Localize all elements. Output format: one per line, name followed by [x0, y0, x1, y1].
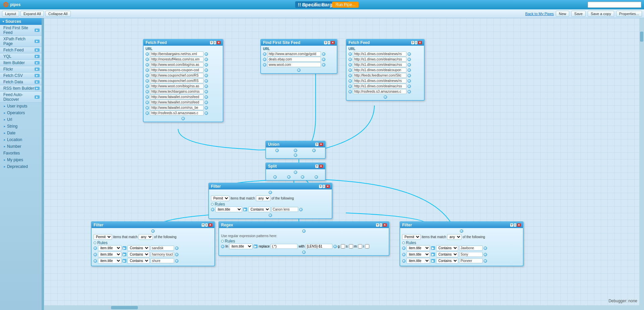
filter-right-any-select[interactable]: any	[447, 234, 462, 240]
sidebar-item-date[interactable]: ► Date	[0, 130, 42, 136]
filter-left-out-0[interactable]	[175, 247, 178, 250]
regex-close-icon[interactable]: ✕	[383, 223, 387, 227]
filter-left-field-1[interactable]: item.title	[98, 252, 121, 257]
filter-right-out-1[interactable]	[484, 253, 487, 256]
sidebar-item-rss-item-builder[interactable]: RSS Item Builder ►	[0, 85, 42, 92]
fetch-feed-1-out-port-1[interactable]	[205, 58, 208, 61]
layout-button[interactable]: Layout	[2, 11, 19, 17]
fetch-feed-1-input-4[interactable]	[150, 73, 204, 78]
fetch-feed-1-input-10[interactable]	[150, 105, 204, 110]
sidebar-sources-header[interactable]: ▼ Sources	[0, 18, 42, 25]
union-node[interactable]: Union ? ✕	[265, 141, 326, 159]
filter-left-out-1[interactable]	[175, 253, 178, 256]
filter-center-help-icon[interactable]: ?	[319, 185, 322, 188]
run-pipe-button[interactable]: Run Pipe...	[332, 2, 359, 8]
filter-left-in-port[interactable]	[151, 229, 155, 233]
fetch-feed-1-out-port-3[interactable]	[205, 69, 208, 72]
ff2-out-1[interactable]	[408, 58, 411, 61]
sidebar-item-user-inputs[interactable]: ► User inputs	[0, 103, 42, 109]
fetch-feed-1-input-7[interactable]	[150, 89, 204, 94]
sidebar-item-deprecated[interactable]: ► Deprecated	[0, 163, 42, 170]
search-input[interactable]	[588, 2, 641, 8]
save-button[interactable]: Save	[571, 11, 586, 17]
sidebar-item-my-pipes[interactable]: ► My pipes	[0, 157, 42, 163]
regex-info-icon[interactable]: !	[380, 223, 382, 227]
filter-right-value-0[interactable]	[459, 246, 483, 251]
ff2-bottom-out-port[interactable]	[384, 95, 387, 99]
fetch-feed-1-port-2[interactable]	[146, 63, 149, 67]
find-first-site-feed-bottom-out-port[interactable]	[297, 69, 301, 72]
ff2-port-7[interactable]	[348, 90, 352, 93]
split-node[interactable]: Split ? ✕	[265, 163, 326, 181]
filter-center-info-icon[interactable]: !	[323, 185, 325, 188]
fetch-feed-1-out-port-2[interactable]	[205, 63, 208, 67]
union-in-port-1[interactable]	[294, 149, 297, 152]
regex-out-port[interactable]	[302, 251, 306, 254]
split-out-port-1[interactable]	[287, 175, 290, 179]
filter-center-field-select[interactable]: item.title	[215, 207, 242, 212]
filter-right-value-2[interactable]	[459, 258, 483, 263]
union-in-port-2[interactable]	[312, 149, 316, 152]
filter-right-port-1[interactable]	[402, 253, 406, 256]
fetch-feed-1-out-port-6[interactable]	[205, 85, 208, 88]
filter-center-node[interactable]: Filter ? ! ✕ Permit items that match	[208, 183, 332, 219]
filter-right-close-icon[interactable]: ✕	[517, 223, 521, 227]
find-first-site-feed-out-0[interactable]	[322, 52, 325, 56]
vertical-scrollbar[interactable]	[639, 18, 644, 310]
filter-right-port-0[interactable]	[402, 247, 406, 250]
filter-center-rule-port[interactable]	[211, 208, 214, 211]
filter-right-out-2[interactable]	[484, 259, 487, 263]
ff2-port-5[interactable]	[348, 79, 352, 83]
ff2-port-2[interactable]	[348, 63, 352, 67]
ff2-input-3[interactable]	[353, 68, 407, 73]
fetch-feed-1-port-5[interactable]	[146, 79, 149, 83]
regex-g-checkbox[interactable]	[341, 244, 345, 249]
filter-right-contains-2[interactable]: Contains	[436, 258, 458, 264]
sidebar-item-find-first-site-feed[interactable]: Find First Site Feed ►	[0, 25, 42, 36]
regex-field-select[interactable]: item.title	[229, 243, 253, 249]
filter-left-contains-1[interactable]: Contains	[127, 252, 150, 257]
fetch-feed-1-input-3[interactable]	[150, 68, 204, 73]
ff2-port-6[interactable]	[348, 85, 352, 88]
filter-left-value-2[interactable]	[151, 258, 174, 263]
fetch-feed-1-bottom-out-port[interactable]	[181, 117, 185, 120]
sidebar-item-fetch-csv[interactable]: Fetch CSV ►	[0, 73, 42, 79]
fetch-feed-1-input-6[interactable]	[150, 84, 204, 89]
union-in-port-0[interactable]	[275, 149, 279, 152]
filter-center-value-input[interactable]	[271, 207, 298, 212]
fetch-feed-1-input-2[interactable]	[150, 62, 204, 67]
union-help-icon[interactable]: ?	[315, 143, 319, 146]
ff2-input-1[interactable]	[353, 57, 407, 62]
filter-right-field-2[interactable]: item.title	[407, 258, 430, 264]
ff2-out-7[interactable]	[408, 90, 411, 93]
filter-right-info-icon[interactable]: !	[514, 223, 516, 227]
filter-left-help-icon[interactable]: ?	[202, 223, 205, 227]
filter-left-field-0[interactable]: item.title	[98, 245, 121, 251]
sidebar-item-yql[interactable]: YQL ►	[0, 53, 42, 60]
fetch-feed-1-port-6[interactable]	[146, 85, 149, 88]
filter-left-close-icon[interactable]: ✕	[208, 223, 212, 227]
filter-left-out-2[interactable]	[175, 259, 178, 263]
ff2-port-4[interactable]	[348, 74, 352, 77]
find-first-site-feed-port-0[interactable]	[263, 52, 266, 56]
fetch-feed-1-out-port-9[interactable]	[205, 101, 208, 104]
fetch-feed-1-input-0[interactable]	[150, 51, 204, 56]
regex-help-icon[interactable]: ?	[376, 223, 379, 227]
fetch-feed-1-port-3[interactable]	[146, 69, 149, 72]
ff2-input-2[interactable]	[353, 62, 407, 67]
filter-left-contains-0[interactable]: Contains	[127, 245, 150, 251]
fetch-feed-1-input-5[interactable]	[150, 78, 204, 83]
fetch-feed-1-input-9[interactable]	[150, 100, 204, 105]
find-first-site-feed-port-1[interactable]	[263, 58, 266, 61]
fetch-feed-node-2[interactable]: Fetch Feed ? ! ✕ URL	[346, 39, 425, 101]
fetch-feed-1-port-7[interactable]	[146, 90, 149, 93]
filter-left-any-select[interactable]: any	[139, 234, 153, 240]
regex-with-input[interactable]	[306, 244, 332, 249]
fetch-feed-1-port-9[interactable]	[146, 101, 149, 104]
find-first-site-feed-out-2[interactable]	[322, 63, 325, 67]
fetch-feed-1-port-10[interactable]	[146, 106, 149, 109]
fetch-feed-1-out-port-4[interactable]	[205, 74, 208, 77]
regex-i-checkbox[interactable]	[365, 244, 369, 249]
fetch-feed-1-port-1[interactable]	[146, 58, 149, 61]
regex-pattern-input[interactable]	[271, 244, 298, 249]
